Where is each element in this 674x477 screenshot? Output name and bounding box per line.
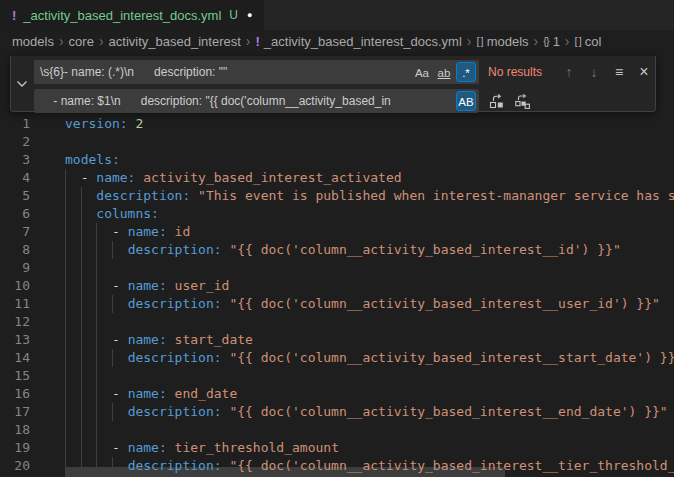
- code-line[interactable]: 11 description: "{{ doc('column__activit…: [0, 295, 674, 313]
- find-input[interactable]: \s{6}- name: (.*)\n description: "" Aaab…: [34, 60, 479, 84]
- modified-dot-icon[interactable]: ●: [247, 10, 252, 20]
- indent-guide: [96, 295, 97, 313]
- find-replace-widget: \s{6}- name: (.*)\n description: "" Aaab…: [10, 56, 656, 112]
- chevron-right-icon: ›: [246, 33, 251, 49]
- line-content: description: "{{ doc('column__activity_b…: [65, 403, 674, 421]
- code-line[interactable]: 10 - name: user_id: [0, 277, 674, 295]
- replace-button[interactable]: [487, 91, 505, 111]
- find-row: \s{6}- name: (.*)\n description: "" Aaab…: [34, 59, 655, 85]
- code-line[interactable]: 3models:: [0, 151, 674, 169]
- breadcrumb-item[interactable]: activity_based_interest: [109, 34, 241, 49]
- line-number: 10: [0, 277, 30, 295]
- breadcrumb-item[interactable]: models: [12, 34, 54, 49]
- line-content: [65, 259, 674, 277]
- line-content: description: "This event is published wh…: [65, 187, 674, 205]
- match-case-toggle[interactable]: Aa: [412, 62, 432, 82]
- find-status: No results: [488, 65, 552, 79]
- indent-guide: [65, 313, 66, 331]
- indent-guide: [65, 205, 66, 223]
- indent-guide: [65, 421, 66, 439]
- indent-guide: [96, 349, 97, 367]
- preserve-case-toggle[interactable]: AB: [456, 91, 476, 111]
- line-content: [65, 133, 674, 151]
- indent-guide: [96, 223, 97, 241]
- line-content: description: "{{ doc('column__activity_b…: [65, 241, 674, 259]
- line-number: 11: [0, 295, 30, 313]
- code-lines: 1version: 223models:4 - name: activity_b…: [0, 115, 674, 475]
- code-line[interactable]: 9: [0, 259, 674, 277]
- find-query-text: \s{6}- name: (.*)\n description: "": [40, 60, 227, 84]
- line-content: - name: tier_threshold_amount: [65, 439, 674, 457]
- code-line[interactable]: 6 columns:: [0, 205, 674, 223]
- code-line[interactable]: 14 description: "{{ doc('column__activit…: [0, 349, 674, 367]
- chevron-right-icon: ›: [565, 33, 570, 49]
- line-number: 9: [0, 259, 30, 277]
- indent-guide: [96, 241, 97, 259]
- breadcrumb-label: activity_based_interest: [109, 34, 241, 49]
- whole-word-toggle[interactable]: ab: [434, 62, 454, 82]
- breadcrumb-item[interactable]: core: [69, 34, 94, 49]
- line-content: description: "{{ doc('column__activity_b…: [65, 457, 674, 475]
- use-regex-toggle[interactable]: .*: [456, 62, 476, 82]
- code-line[interactable]: 5 description: "This event is published …: [0, 187, 674, 205]
- indent-guide: [81, 457, 82, 475]
- code-line[interactable]: 20 description: "{{ doc('column__activit…: [0, 457, 674, 475]
- indent-guide: [112, 349, 113, 367]
- indent-guide: [81, 439, 82, 457]
- code-line[interactable]: 12: [0, 313, 674, 331]
- code-line[interactable]: 17 description: "{{ doc('column__activit…: [0, 403, 674, 421]
- indent-guide: [81, 277, 82, 295]
- previous-match-button[interactable]: ↑: [561, 62, 577, 82]
- indent-guide: [65, 169, 66, 187]
- indent-guide: [65, 457, 66, 475]
- yaml-icon: !: [255, 34, 259, 49]
- line-content: [65, 367, 674, 385]
- line-content: - name: id: [65, 223, 674, 241]
- code-line[interactable]: 1version: 2: [0, 115, 674, 133]
- line-content: [65, 313, 674, 331]
- code-line[interactable]: 13 - name: start_date: [0, 331, 674, 349]
- code-line[interactable]: 4 - name: activity_based_interest_activa…: [0, 169, 674, 187]
- indent-guide: [65, 223, 66, 241]
- editor-area[interactable]: 1version: 223models:4 - name: activity_b…: [0, 52, 674, 477]
- line-content: description: "{{ doc('column__activity_b…: [65, 295, 674, 313]
- indent-guide: [96, 331, 97, 349]
- replace-all-button[interactable]: [513, 91, 531, 111]
- line-number: 15: [0, 367, 30, 385]
- find-in-selection-icon[interactable]: ≡: [611, 62, 627, 82]
- code-line[interactable]: 19 - name: tier_threshold_amount: [0, 439, 674, 457]
- line-number: 3: [0, 151, 30, 169]
- code-line[interactable]: 7 - name: id: [0, 223, 674, 241]
- code-line[interactable]: 2: [0, 133, 674, 151]
- breadcrumb-label: models: [487, 34, 529, 49]
- indent-guide: [81, 331, 82, 349]
- code-line[interactable]: 8 description: "{{ doc('column__activity…: [0, 241, 674, 259]
- line-number: 18: [0, 421, 30, 439]
- breadcrumb-item[interactable]: [ ]models: [477, 34, 529, 49]
- breadcrumb-item[interactable]: !_activity_based_interest_docs.yml: [255, 34, 461, 49]
- line-number: 16: [0, 385, 30, 403]
- chevron-right-icon: ›: [59, 33, 64, 49]
- next-match-button[interactable]: ↓: [586, 62, 602, 82]
- indent-guide: [112, 295, 113, 313]
- code-line[interactable]: 16 - name: end_date: [0, 385, 674, 403]
- symbol-array-icon: [ ]: [575, 35, 581, 47]
- vscode-window: ! _activity_based_interest_docs.yml U ● …: [0, 0, 674, 477]
- code-line[interactable]: 15: [0, 367, 674, 385]
- chevron-down-icon: [16, 74, 28, 92]
- breadcrumb-item[interactable]: [ ]col: [575, 34, 602, 49]
- yaml-file-icon: !: [12, 8, 16, 23]
- code-line[interactable]: 18: [0, 421, 674, 439]
- breadcrumb-item[interactable]: {}1: [543, 34, 560, 49]
- line-number: 2: [0, 133, 30, 151]
- indent-guide: [96, 403, 97, 421]
- indent-guide: [81, 205, 82, 223]
- line-number: 1: [0, 115, 30, 133]
- close-icon[interactable]: ×: [636, 62, 652, 82]
- toggle-replace-button[interactable]: [11, 56, 33, 110]
- replace-input[interactable]: - name: $1\n description: "{{ doc('colum…: [34, 89, 479, 113]
- tab-activity-docs[interactable]: ! _activity_based_interest_docs.yml U ●: [0, 0, 264, 30]
- line-number: 17: [0, 403, 30, 421]
- line-content: version: 2: [65, 115, 674, 133]
- chevron-right-icon: ›: [99, 33, 104, 49]
